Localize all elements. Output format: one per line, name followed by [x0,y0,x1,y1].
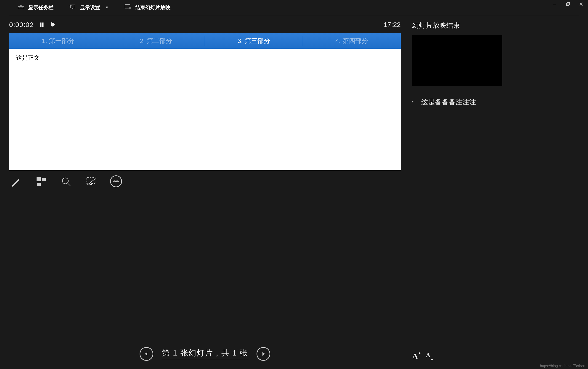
black-screen-tool[interactable] [85,175,98,188]
end-slideshow-icon [125,4,131,11]
pause-button[interactable] [39,22,45,27]
top-toolbar: 显示任务栏 显示设置 ▼ 结束幻灯片放映 [9,0,579,15]
svg-point-29 [115,181,117,182]
watermark: https://blog.csdn.net/Ecrhon [540,364,585,368]
svg-marker-31 [145,352,147,356]
slide-tab-label: 3. 第三部分 [238,37,270,45]
more-tools[interactable] [110,175,122,187]
next-slide-thumbnail[interactable] [412,35,502,86]
svg-rect-18 [42,23,43,27]
show-taskbar-button[interactable]: 显示任务栏 [18,4,53,11]
bullet-icon: • [412,97,413,107]
svg-point-12 [70,5,71,6]
slide-tab-1[interactable]: 1. 第一部分 [9,33,107,49]
slide-counter[interactable]: 第 1 张幻灯片，共 1 张 [162,348,248,360]
speaker-notes: • 这是备备备注注注 [412,97,579,107]
svg-line-25 [87,179,96,185]
prev-slide-button[interactable] [140,347,153,361]
next-slide-title: 幻灯片放映结束 [412,21,579,30]
slide-tabs: 1. 第一部分 2. 第二部分 3. 第三部分 4. 第四部分 [9,33,401,49]
all-slides-tool[interactable] [35,175,48,188]
minimize-button[interactable] [551,1,558,7]
decrease-font-button[interactable]: A▾ [426,352,430,361]
svg-rect-1 [567,3,569,5]
slide-body: 这是正文 [9,49,401,170]
display-settings-label: 显示设置 [80,4,100,11]
notes-text: 这是备备备注注注 [421,97,476,107]
svg-rect-21 [37,183,41,186]
restart-button[interactable] [50,22,56,27]
svg-point-28 [114,181,115,182]
svg-point-30 [117,181,118,182]
svg-rect-17 [40,23,41,27]
next-slide-button[interactable] [256,347,270,361]
current-slide: 1. 第一部分 2. 第二部分 3. 第三部分 4. 第四部分 这是正文 [9,33,401,170]
svg-rect-2 [567,2,569,5]
taskbar-icon [18,4,24,11]
slide-tab-label: 1. 第一部分 [42,37,74,45]
increase-font-button[interactable]: A▴ [412,352,418,361]
chevron-down-icon: ▼ [105,5,109,10]
end-slideshow-button[interactable]: 结束幻灯片放映 [125,4,170,11]
slide-body-text: 这是正文 [16,54,40,61]
close-button[interactable] [578,1,585,7]
zoom-tool[interactable] [60,175,73,188]
slide-tools [9,170,401,193]
svg-line-23 [68,183,70,186]
timer-row: 0:00:02 17:22 [9,21,401,29]
slide-nav: 第 1 张幻灯片，共 1 张 [9,347,401,369]
wall-clock: 17:22 [383,21,401,29]
svg-point-22 [62,178,68,184]
restore-button[interactable] [564,1,572,7]
svg-rect-20 [42,178,46,181]
slide-tab-4[interactable]: 4. 第四部分 [303,33,401,49]
slide-tab-2[interactable]: 2. 第二部分 [107,33,205,49]
pen-tool[interactable] [10,175,22,188]
slide-tab-3[interactable]: 3. 第三部分 [205,33,303,49]
end-slideshow-label: 结束幻灯片放映 [135,4,170,11]
display-settings-button[interactable]: 显示设置 ▼ [69,4,109,11]
svg-rect-9 [70,5,75,8]
elapsed-time: 0:00:02 [9,21,34,29]
slide-tab-label: 2. 第二部分 [140,37,172,45]
show-taskbar-label: 显示任务栏 [28,4,53,11]
svg-rect-24 [87,178,95,184]
svg-rect-19 [37,177,41,181]
monitor-gear-icon [69,4,76,11]
svg-marker-32 [263,352,265,356]
slide-tab-label: 4. 第四部分 [335,37,368,45]
